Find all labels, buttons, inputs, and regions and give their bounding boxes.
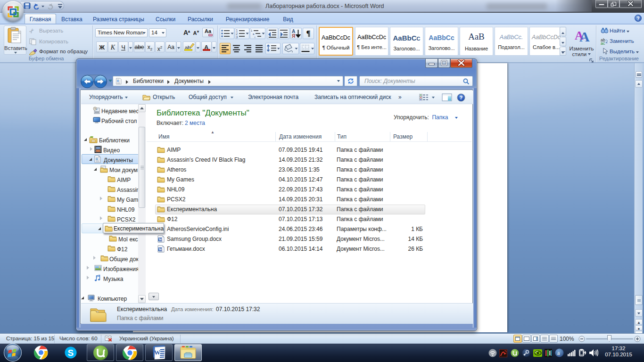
svg-text:?: ?	[460, 95, 463, 100]
svg-text:A: A	[579, 29, 590, 43]
svg-text:W: W	[159, 238, 163, 242]
svg-text:a: a	[557, 350, 560, 356]
svg-text:1: 1	[251, 29, 253, 32]
svg-text:i: i	[255, 36, 255, 39]
svg-text:S: S	[68, 348, 74, 358]
svg-text:Я: Я	[292, 33, 295, 39]
svg-text:W: W	[154, 349, 161, 356]
svg-text:W: W	[159, 247, 163, 252]
svg-text:ac: ac	[601, 41, 605, 45]
svg-text:2: 2	[236, 32, 238, 35]
svg-text:a: a	[253, 33, 255, 35]
svg-text:1: 1	[236, 29, 238, 32]
svg-text:3: 3	[236, 35, 238, 39]
